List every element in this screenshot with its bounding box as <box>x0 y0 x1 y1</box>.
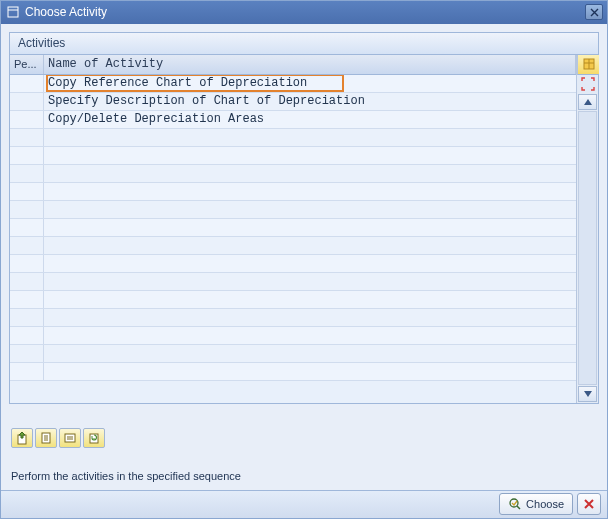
table-row[interactable] <box>10 147 576 165</box>
panel-title: Activities <box>10 33 598 55</box>
table-row[interactable] <box>10 291 576 309</box>
cancel-icon <box>583 498 595 510</box>
cell-name: Copy/Delete Depreciation Areas <box>44 111 576 128</box>
list-icon <box>63 431 77 445</box>
close-icon <box>590 8 599 17</box>
table-settings-button[interactable] <box>577 55 599 75</box>
table-row[interactable] <box>10 129 576 147</box>
cell-name: Specify Description of Chart of Deprecia… <box>44 93 576 110</box>
documentation-button[interactable] <box>35 428 57 448</box>
content-area: Activities Pe... Name of Activity Copy R… <box>1 24 607 490</box>
svg-rect-4 <box>65 434 75 442</box>
execute-icon <box>15 431 29 445</box>
choose-button-label: Choose <box>526 498 564 510</box>
document-icon <box>39 431 53 445</box>
scroll-down-button[interactable] <box>578 386 597 402</box>
instruction-text: Perform the activities in the specified … <box>9 470 599 482</box>
rows-viewport: Copy Reference Chart of Depreciation Spe… <box>10 75 576 403</box>
svg-rect-0 <box>8 7 18 17</box>
where-used-button[interactable] <box>59 428 81 448</box>
table-row[interactable] <box>10 219 576 237</box>
table-row[interactable] <box>10 183 576 201</box>
column-performed[interactable]: Pe... <box>10 55 44 74</box>
table-header: Pe... Name of Activity <box>10 55 576 75</box>
scroll-track[interactable] <box>578 111 597 385</box>
table-row[interactable]: Copy Reference Chart of Depreciation <box>10 75 576 93</box>
activities-table: Pe... Name of Activity Copy Reference Ch… <box>10 55 598 403</box>
row-selection-indicator <box>577 75 598 93</box>
table-row[interactable]: Copy/Delete Depreciation Areas <box>10 111 576 129</box>
toolbar <box>9 428 599 448</box>
table-row[interactable] <box>10 363 576 381</box>
activities-panel: Activities Pe... Name of Activity Copy R… <box>9 32 599 404</box>
side-column <box>576 55 598 403</box>
table-row[interactable] <box>10 345 576 363</box>
selection-marker-icon <box>581 77 595 91</box>
chevron-up-icon <box>584 99 592 105</box>
change-log-button[interactable] <box>83 428 105 448</box>
table-row[interactable] <box>10 309 576 327</box>
magnifier-check-icon <box>508 497 522 511</box>
activity-label: Copy Reference Chart of Depreciation <box>48 76 307 90</box>
cell-performed <box>10 75 44 92</box>
refresh-icon <box>87 431 101 445</box>
execute-activity-button[interactable] <box>11 428 33 448</box>
table-row[interactable] <box>10 327 576 345</box>
column-name[interactable]: Name of Activity <box>44 55 576 74</box>
scroll-up-button[interactable] <box>578 94 597 110</box>
title-bar: Choose Activity <box>1 1 607 24</box>
table-row[interactable] <box>10 237 576 255</box>
table-row[interactable] <box>10 201 576 219</box>
table-settings-icon <box>583 58 595 70</box>
table-row[interactable] <box>10 273 576 291</box>
choose-button[interactable]: Choose <box>499 493 573 515</box>
close-button[interactable] <box>585 4 603 20</box>
table-body: Pe... Name of Activity Copy Reference Ch… <box>10 55 576 403</box>
dialog-title: Choose Activity <box>25 5 585 19</box>
choose-activity-dialog: Choose Activity Activities Pe... Name of… <box>0 0 608 519</box>
cell-performed <box>10 111 44 128</box>
cell-name: Copy Reference Chart of Depreciation <box>44 75 576 92</box>
dialog-footer: Choose <box>1 490 607 518</box>
cell-performed <box>10 93 44 110</box>
dialog-icon <box>7 6 19 18</box>
table-row[interactable] <box>10 255 576 273</box>
chevron-down-icon <box>584 391 592 397</box>
table-row[interactable]: Specify Description of Chart of Deprecia… <box>10 93 576 111</box>
cancel-button[interactable] <box>577 493 601 515</box>
table-row[interactable] <box>10 165 576 183</box>
